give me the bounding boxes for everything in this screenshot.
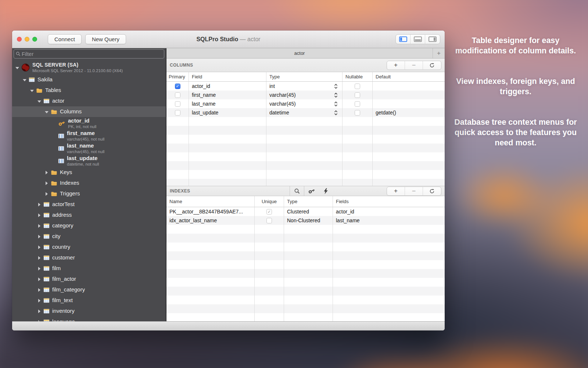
- indexes-table-empty-row[interactable]: [166, 251, 445, 260]
- disclosure-collapsed-icon[interactable]: [37, 234, 42, 239]
- tree-item-last-update[interactable]: last_updatedatetime, not null: [12, 155, 166, 167]
- default-cell[interactable]: [373, 82, 445, 91]
- tree-item-film-text[interactable]: film_text: [12, 295, 166, 306]
- triggers-tool-button[interactable]: [319, 186, 332, 196]
- columns-table-row[interactable]: first_namevarchar(45): [166, 91, 445, 99]
- tree-item-address[interactable]: address: [12, 210, 166, 220]
- disclosure-collapsed-icon[interactable]: [37, 266, 42, 271]
- tree-item-customer[interactable]: customer: [12, 252, 166, 263]
- remove-column-button[interactable]: −: [405, 61, 423, 70]
- indexes-table-empty-row[interactable]: [166, 260, 445, 269]
- disclosure-expanded-icon[interactable]: [15, 65, 20, 70]
- disclosure-collapsed-icon[interactable]: [44, 181, 49, 186]
- default-cell[interactable]: [373, 99, 445, 108]
- index-fields-cell[interactable]: last_name: [333, 216, 445, 225]
- index-type-cell[interactable]: Non-Clustered: [284, 216, 333, 225]
- columns-table-empty-row[interactable]: [166, 170, 445, 179]
- columns-table-empty-row[interactable]: [166, 179, 445, 186]
- columns-table-empty-row[interactable]: [166, 117, 445, 126]
- disclosure-collapsed-icon[interactable]: [37, 223, 42, 229]
- indexes-table-empty-row[interactable]: [166, 234, 445, 243]
- disclosure-collapsed-icon[interactable]: [37, 213, 42, 218]
- tree-item-inventory[interactable]: inventory: [12, 306, 166, 316]
- indexes-table-empty-row[interactable]: [166, 313, 445, 321]
- tree-item-tables[interactable]: Tables: [12, 85, 166, 96]
- columns-table-row[interactable]: last_namevarchar(45): [166, 99, 445, 108]
- columns-table-empty-row[interactable]: [166, 144, 445, 152]
- indexes-table-empty-row[interactable]: [166, 269, 445, 278]
- keys-tool-button[interactable]: [304, 186, 319, 196]
- indexes-table-empty-row[interactable]: [166, 278, 445, 287]
- tree-item-city[interactable]: city: [12, 231, 166, 242]
- close-button[interactable]: [17, 37, 22, 42]
- indexes-table-row[interactable]: idx_actor_last_nameNon-Clusteredlast_nam…: [166, 216, 445, 225]
- nullable-checkbox[interactable]: [355, 101, 360, 107]
- field-cell[interactable]: first_name: [189, 91, 266, 99]
- new-query-button[interactable]: New Query: [85, 34, 126, 44]
- tree-item-category[interactable]: category: [12, 220, 166, 231]
- type-cell[interactable]: int: [266, 82, 343, 91]
- tab-actor[interactable]: actor: [166, 48, 433, 58]
- tree-item-film-actor[interactable]: film_actor: [12, 274, 166, 284]
- indexes-table-row[interactable]: PK__actor__8B2447B459AE7...✓Clusteredact…: [166, 207, 445, 216]
- tree-item-keys[interactable]: Keys: [12, 167, 166, 178]
- primary-checkbox[interactable]: ✓: [175, 84, 180, 89]
- search-indexes-button[interactable]: [290, 186, 304, 196]
- indexes-table-empty-row[interactable]: [166, 243, 445, 251]
- tree-item-first-name[interactable]: first_namevarchar(45), not null: [12, 130, 166, 142]
- tree-item-triggers[interactable]: Triggers: [12, 188, 166, 199]
- disclosure-expanded-icon[interactable]: [44, 109, 49, 114]
- disclosure-collapsed-icon[interactable]: [37, 277, 42, 282]
- type-stepper-icon[interactable]: [334, 93, 338, 98]
- unique-checkbox[interactable]: ✓: [266, 209, 272, 215]
- columns-table-empty-row[interactable]: [166, 126, 445, 135]
- indexes-table-empty-row[interactable]: [166, 287, 445, 296]
- nullable-checkbox[interactable]: [355, 110, 360, 116]
- disclosure-collapsed-icon[interactable]: [37, 255, 42, 261]
- columns-table-empty-row[interactable]: [166, 135, 445, 144]
- disclosure-collapsed-icon[interactable]: [37, 319, 42, 322]
- disclosure-expanded-icon[interactable]: [37, 99, 42, 104]
- index-name-cell[interactable]: idx_actor_last_name: [166, 216, 255, 225]
- nullable-checkbox[interactable]: [355, 92, 360, 98]
- zoom-button[interactable]: [32, 37, 37, 42]
- layout-right-panel-button[interactable]: [425, 35, 440, 44]
- indexes-table-empty-row[interactable]: [166, 304, 445, 313]
- default-cell[interactable]: getdate(): [373, 108, 445, 117]
- disclosure-expanded-icon[interactable]: [29, 88, 35, 93]
- type-stepper-icon[interactable]: [334, 84, 338, 89]
- tree-item-indexes[interactable]: Indexes: [12, 178, 166, 188]
- disclosure-expanded-icon[interactable]: [22, 77, 27, 82]
- primary-checkbox[interactable]: [175, 110, 180, 116]
- type-cell[interactable]: datetime: [266, 108, 343, 117]
- tree-item-sql-server-sa[interactable]: SQL SERVER (SA)Microsoft SQL Server 2012…: [12, 61, 166, 74]
- columns-table-row[interactable]: ✓actor_idint: [166, 82, 445, 91]
- filter-input[interactable]: [22, 51, 162, 57]
- disclosure-collapsed-icon[interactable]: [37, 298, 42, 303]
- disclosure-collapsed-icon[interactable]: [37, 309, 42, 314]
- add-index-button[interactable]: +: [387, 187, 405, 195]
- primary-checkbox[interactable]: [175, 101, 180, 107]
- tree-item-actor[interactable]: actor: [12, 96, 166, 106]
- minimize-button[interactable]: [25, 37, 29, 42]
- type-cell[interactable]: varchar(45): [266, 91, 343, 99]
- type-stepper-icon[interactable]: [334, 102, 338, 106]
- tree-item-last-name[interactable]: last_namevarchar(45), not null: [12, 142, 166, 155]
- index-fields-cell[interactable]: actor_id: [333, 207, 445, 216]
- default-cell[interactable]: [373, 91, 445, 99]
- index-type-cell[interactable]: Clustered: [284, 207, 333, 216]
- tree-item-country[interactable]: country: [12, 242, 166, 252]
- add-column-button[interactable]: +: [387, 61, 405, 70]
- layout-left-panel-button[interactable]: [396, 35, 410, 44]
- type-cell[interactable]: varchar(45): [266, 99, 343, 108]
- columns-table-empty-row[interactable]: [166, 161, 445, 170]
- indexes-table-empty-row[interactable]: [166, 296, 445, 304]
- filter-field[interactable]: [14, 49, 164, 59]
- tree-item-actor-id[interactable]: actor_idPK, int, not null: [12, 117, 166, 130]
- disclosure-collapsed-icon[interactable]: [44, 170, 49, 175]
- connect-button[interactable]: Connect: [48, 34, 82, 44]
- tree-item-language[interactable]: language: [12, 316, 166, 321]
- type-stepper-icon[interactable]: [334, 110, 338, 115]
- unique-checkbox[interactable]: [266, 218, 272, 223]
- field-cell[interactable]: last_name: [189, 99, 266, 108]
